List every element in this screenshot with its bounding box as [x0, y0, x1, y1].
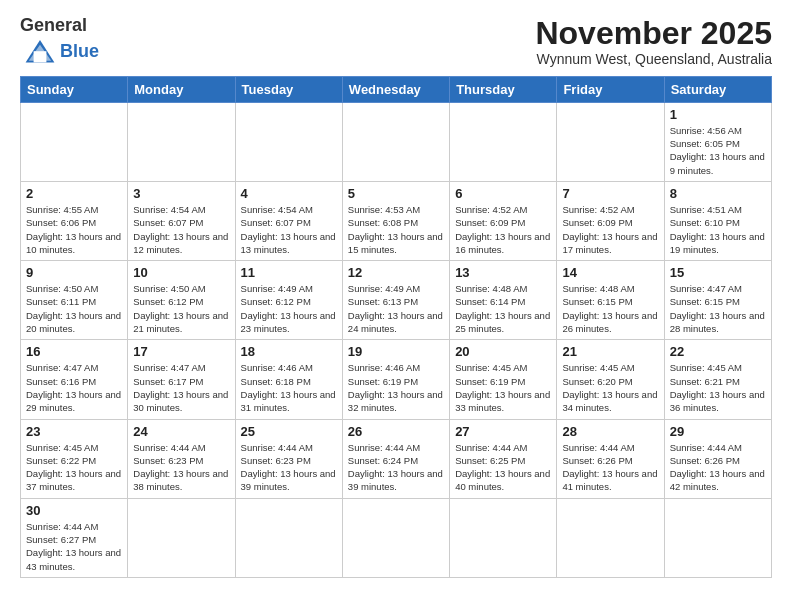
day-info: Sunrise: 4:44 AM Sunset: 6:26 PM Dayligh… — [562, 441, 658, 494]
day-info: Sunrise: 4:54 AM Sunset: 6:07 PM Dayligh… — [133, 203, 229, 256]
calendar-cell — [450, 102, 557, 181]
day-number: 20 — [455, 344, 551, 359]
day-info: Sunrise: 4:51 AM Sunset: 6:10 PM Dayligh… — [670, 203, 766, 256]
calendar-cell: 5Sunrise: 4:53 AM Sunset: 6:08 PM Daylig… — [342, 181, 449, 260]
calendar-week-row: 2Sunrise: 4:55 AM Sunset: 6:06 PM Daylig… — [21, 181, 772, 260]
calendar: SundayMondayTuesdayWednesdayThursdayFrid… — [20, 76, 772, 578]
calendar-week-row: 9Sunrise: 4:50 AM Sunset: 6:11 PM Daylig… — [21, 261, 772, 340]
calendar-cell: 10Sunrise: 4:50 AM Sunset: 6:12 PM Dayli… — [128, 261, 235, 340]
day-number: 27 — [455, 424, 551, 439]
day-number: 19 — [348, 344, 444, 359]
day-info: Sunrise: 4:53 AM Sunset: 6:08 PM Dayligh… — [348, 203, 444, 256]
calendar-header-row: SundayMondayTuesdayWednesdayThursdayFrid… — [21, 76, 772, 102]
day-number: 2 — [26, 186, 122, 201]
day-info: Sunrise: 4:48 AM Sunset: 6:15 PM Dayligh… — [562, 282, 658, 335]
calendar-cell: 7Sunrise: 4:52 AM Sunset: 6:09 PM Daylig… — [557, 181, 664, 260]
header: General Blue November 2025 Wynnum West, … — [20, 16, 772, 68]
day-number: 25 — [241, 424, 337, 439]
day-number: 4 — [241, 186, 337, 201]
day-info: Sunrise: 4:55 AM Sunset: 6:06 PM Dayligh… — [26, 203, 122, 256]
day-info: Sunrise: 4:47 AM Sunset: 6:17 PM Dayligh… — [133, 361, 229, 414]
calendar-cell: 28Sunrise: 4:44 AM Sunset: 6:26 PM Dayli… — [557, 419, 664, 498]
calendar-cell — [21, 102, 128, 181]
calendar-cell: 11Sunrise: 4:49 AM Sunset: 6:12 PM Dayli… — [235, 261, 342, 340]
calendar-cell: 30Sunrise: 4:44 AM Sunset: 6:27 PM Dayli… — [21, 498, 128, 577]
calendar-cell: 27Sunrise: 4:44 AM Sunset: 6:25 PM Dayli… — [450, 419, 557, 498]
calendar-cell: 12Sunrise: 4:49 AM Sunset: 6:13 PM Dayli… — [342, 261, 449, 340]
day-info: Sunrise: 4:50 AM Sunset: 6:12 PM Dayligh… — [133, 282, 229, 335]
day-number: 1 — [670, 107, 766, 122]
logo-blue-text: Blue — [60, 42, 99, 62]
location: Wynnum West, Queensland, Australia — [535, 51, 772, 67]
day-number: 16 — [26, 344, 122, 359]
day-info: Sunrise: 4:45 AM Sunset: 6:19 PM Dayligh… — [455, 361, 551, 414]
calendar-cell: 9Sunrise: 4:50 AM Sunset: 6:11 PM Daylig… — [21, 261, 128, 340]
day-number: 13 — [455, 265, 551, 280]
day-number: 30 — [26, 503, 122, 518]
day-of-week-header: Friday — [557, 76, 664, 102]
day-of-week-header: Thursday — [450, 76, 557, 102]
day-of-week-header: Sunday — [21, 76, 128, 102]
day-info: Sunrise: 4:52 AM Sunset: 6:09 PM Dayligh… — [455, 203, 551, 256]
day-info: Sunrise: 4:44 AM Sunset: 6:23 PM Dayligh… — [241, 441, 337, 494]
calendar-cell: 17Sunrise: 4:47 AM Sunset: 6:17 PM Dayli… — [128, 340, 235, 419]
logo-text: General Blue — [20, 16, 99, 68]
day-info: Sunrise: 4:49 AM Sunset: 6:13 PM Dayligh… — [348, 282, 444, 335]
day-info: Sunrise: 4:50 AM Sunset: 6:11 PM Dayligh… — [26, 282, 122, 335]
day-of-week-header: Wednesday — [342, 76, 449, 102]
day-number: 5 — [348, 186, 444, 201]
day-number: 7 — [562, 186, 658, 201]
calendar-cell: 15Sunrise: 4:47 AM Sunset: 6:15 PM Dayli… — [664, 261, 771, 340]
calendar-cell — [128, 498, 235, 577]
page: General Blue November 2025 Wynnum West, … — [0, 0, 792, 612]
day-number: 9 — [26, 265, 122, 280]
calendar-cell: 3Sunrise: 4:54 AM Sunset: 6:07 PM Daylig… — [128, 181, 235, 260]
calendar-cell: 26Sunrise: 4:44 AM Sunset: 6:24 PM Dayli… — [342, 419, 449, 498]
day-info: Sunrise: 4:44 AM Sunset: 6:26 PM Dayligh… — [670, 441, 766, 494]
day-number: 18 — [241, 344, 337, 359]
day-of-week-header: Saturday — [664, 76, 771, 102]
day-info: Sunrise: 4:46 AM Sunset: 6:19 PM Dayligh… — [348, 361, 444, 414]
calendar-cell: 2Sunrise: 4:55 AM Sunset: 6:06 PM Daylig… — [21, 181, 128, 260]
day-info: Sunrise: 4:48 AM Sunset: 6:14 PM Dayligh… — [455, 282, 551, 335]
title-block: November 2025 Wynnum West, Queensland, A… — [535, 16, 772, 67]
day-number: 21 — [562, 344, 658, 359]
day-info: Sunrise: 4:47 AM Sunset: 6:15 PM Dayligh… — [670, 282, 766, 335]
calendar-cell: 14Sunrise: 4:48 AM Sunset: 6:15 PM Dayli… — [557, 261, 664, 340]
calendar-cell: 25Sunrise: 4:44 AM Sunset: 6:23 PM Dayli… — [235, 419, 342, 498]
day-info: Sunrise: 4:52 AM Sunset: 6:09 PM Dayligh… — [562, 203, 658, 256]
day-number: 6 — [455, 186, 551, 201]
calendar-cell: 22Sunrise: 4:45 AM Sunset: 6:21 PM Dayli… — [664, 340, 771, 419]
day-number: 15 — [670, 265, 766, 280]
calendar-week-row: 30Sunrise: 4:44 AM Sunset: 6:27 PM Dayli… — [21, 498, 772, 577]
calendar-week-row: 23Sunrise: 4:45 AM Sunset: 6:22 PM Dayli… — [21, 419, 772, 498]
day-of-week-header: Tuesday — [235, 76, 342, 102]
day-info: Sunrise: 4:56 AM Sunset: 6:05 PM Dayligh… — [670, 124, 766, 177]
calendar-cell — [342, 498, 449, 577]
day-number: 26 — [348, 424, 444, 439]
calendar-cell — [342, 102, 449, 181]
logo-general: General — [20, 15, 87, 35]
day-number: 24 — [133, 424, 229, 439]
calendar-cell: 19Sunrise: 4:46 AM Sunset: 6:19 PM Dayli… — [342, 340, 449, 419]
calendar-cell: 23Sunrise: 4:45 AM Sunset: 6:22 PM Dayli… — [21, 419, 128, 498]
day-number: 17 — [133, 344, 229, 359]
calendar-cell: 13Sunrise: 4:48 AM Sunset: 6:14 PM Dayli… — [450, 261, 557, 340]
day-number: 23 — [26, 424, 122, 439]
day-of-week-header: Monday — [128, 76, 235, 102]
calendar-cell: 29Sunrise: 4:44 AM Sunset: 6:26 PM Dayli… — [664, 419, 771, 498]
day-number: 3 — [133, 186, 229, 201]
calendar-cell — [557, 102, 664, 181]
day-info: Sunrise: 4:45 AM Sunset: 6:20 PM Dayligh… — [562, 361, 658, 414]
day-info: Sunrise: 4:45 AM Sunset: 6:22 PM Dayligh… — [26, 441, 122, 494]
day-number: 22 — [670, 344, 766, 359]
calendar-cell — [235, 498, 342, 577]
day-info: Sunrise: 4:46 AM Sunset: 6:18 PM Dayligh… — [241, 361, 337, 414]
calendar-cell: 24Sunrise: 4:44 AM Sunset: 6:23 PM Dayli… — [128, 419, 235, 498]
day-number: 28 — [562, 424, 658, 439]
day-info: Sunrise: 4:54 AM Sunset: 6:07 PM Dayligh… — [241, 203, 337, 256]
calendar-cell: 18Sunrise: 4:46 AM Sunset: 6:18 PM Dayli… — [235, 340, 342, 419]
calendar-cell — [450, 498, 557, 577]
day-info: Sunrise: 4:44 AM Sunset: 6:24 PM Dayligh… — [348, 441, 444, 494]
calendar-cell: 4Sunrise: 4:54 AM Sunset: 6:07 PM Daylig… — [235, 181, 342, 260]
